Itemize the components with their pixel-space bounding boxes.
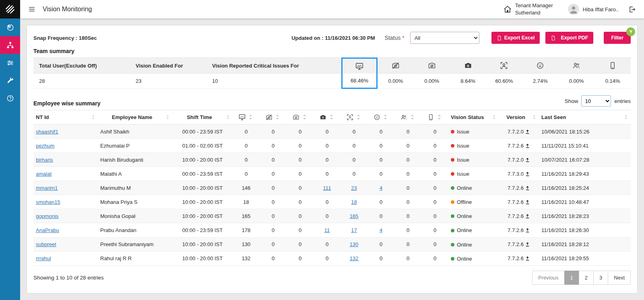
sidebar-nav [0,18,20,107]
count-link[interactable]: 111 [323,185,331,191]
column-header-last-seen[interactable]: Last Seen [539,110,631,125]
sidebar-item-tools[interactable] [0,72,20,89]
pagination-previous[interactable]: Previous [532,271,565,285]
status-text: Issue [457,143,469,149]
column-header-face-scan[interactable] [341,110,367,125]
nt-id-link[interactable]: amalat [36,171,52,177]
column-header-shift-time[interactable]: Shift Time [172,110,233,125]
team-summary-icon-header [486,58,522,74]
pagination-2[interactable]: 2 [579,271,594,285]
cell-count: 0 [421,209,448,223]
home-icon [503,5,512,14]
column-header-multiple-persons[interactable] [394,110,421,125]
count-link[interactable]: 23 [351,185,357,191]
column-label: Version [501,114,530,120]
count-link[interactable]: 17 [351,227,357,233]
version-upgrade-icon[interactable] [525,143,530,148]
cell-last-seen: 11/16/2021 18:28:12 [539,237,631,251]
sidebar-item-settings[interactable] [0,54,20,72]
logout-button[interactable] [627,5,637,14]
sliders-icon [6,59,14,67]
cell-count: 11 [314,223,341,237]
cell-count: 111 [314,181,341,195]
version-upgrade-icon[interactable] [525,199,530,205]
cell-vision-status: Online [448,209,499,223]
nt-id-link[interactable]: smohan15 [36,199,60,205]
export-excel-button[interactable]: Export Excel [491,32,540,44]
team-summary-column-header: Vision Enabled For [130,58,206,74]
count-link[interactable]: 11 [324,227,330,233]
brand-logo-icon [5,4,15,14]
pagination-3[interactable]: 3 [593,271,608,285]
column-header-camera-capture[interactable] [314,110,341,125]
sort-icon [247,114,254,121]
export-pdf-button[interactable]: Export PDF [545,32,593,44]
version-upgrade-icon[interactable] [525,157,530,162]
cell-count: 0 [421,153,448,167]
nt-id-link[interactable]: subpreet [36,241,56,247]
count-link[interactable]: 165 [350,213,359,219]
nt-id-link[interactable]: shaashif1 [36,129,58,135]
nt-id-link[interactable]: gopmonis [36,213,58,219]
team-summary-icon-header [341,58,378,74]
status-text: Issue [457,129,469,135]
column-header-nt-id[interactable]: NT Id [33,110,98,125]
pagination-1[interactable]: 1 [564,271,579,285]
pagination-next[interactable]: Next [608,271,631,285]
column-header-mobile[interactable] [421,110,448,125]
filter-button[interactable]: Filter [604,32,631,44]
status-text: Online [457,213,472,219]
cell-vision-status: Online [448,251,499,265]
count-link[interactable]: 4 [380,227,382,233]
column-header-camera-unavailable[interactable] [287,110,314,125]
tenant-block[interactable]: Tenant Manager Sutherland [503,2,553,16]
count-link[interactable]: 18 [351,199,357,205]
team-summary-percentage: 0.14% [594,74,631,89]
version-upgrade-icon[interactable] [525,242,530,247]
version-upgrade-icon[interactable] [525,129,530,134]
cell-count: 0 [394,153,421,167]
column-header-version[interactable]: Version [499,110,539,125]
count-link[interactable]: 4 [380,185,382,191]
nt-id-link[interactable]: pezhum [36,143,54,149]
cell-nt-id: mmarim1 [33,181,98,195]
cell-last-seen: 11/16/2021 10:48:47 [539,195,631,209]
version-upgrade-icon[interactable] [525,228,530,233]
status-dot [451,186,454,190]
column-header-employee-name[interactable]: Employee Name [98,110,172,125]
cell-count: 0 [367,153,394,167]
camera-disabled-icon [392,62,400,70]
column-header-vision-status[interactable]: Vision Status [448,110,499,125]
team-summary-percentage: 60.60% [486,74,522,89]
nt-id-link[interactable]: AnaPrabu [36,227,59,233]
cell-count: 0 [421,223,448,237]
nt-id-link[interactable]: birharis [36,157,53,163]
employee-table: NT IdEmployee NameShift TimeVision Statu… [33,110,631,266]
sidebar-item-help[interactable] [0,89,20,107]
sidebar-item-vision-monitoring[interactable] [0,36,20,54]
cell-version: 7.7.2.6 [499,181,539,195]
cell-count: 0 [287,139,314,153]
page-size-select[interactable]: 10 [581,95,611,107]
hamburger-menu-button[interactable] [27,5,36,14]
cell-shift-time: 10:00 - 20:00 IST [172,195,233,209]
column-label: Employee Name [100,114,164,120]
sidebar-item-dashboard[interactable] [0,18,20,36]
face-issue-icon [536,62,544,70]
nt-id-link[interactable]: rrrahul [36,255,51,261]
column-header-camera-disabled[interactable] [260,110,287,125]
cell-count: 0 [367,167,394,181]
version-upgrade-icon[interactable] [525,256,530,261]
version-upgrade-icon[interactable] [525,185,530,191]
cell-count: 130 [341,237,367,251]
column-header-face-issue[interactable] [367,110,394,125]
avatar[interactable] [568,3,580,15]
nt-id-link[interactable]: mmarim1 [36,185,58,191]
count-link[interactable]: 132 [350,255,359,261]
status-select[interactable]: All [410,32,479,44]
cell-employee-name: Marimuthu M [98,181,172,195]
count-link[interactable]: 130 [350,241,359,247]
column-header-monitor-snapshot[interactable] [233,110,260,125]
version-upgrade-icon[interactable] [525,171,530,177]
version-upgrade-icon[interactable] [525,214,530,219]
